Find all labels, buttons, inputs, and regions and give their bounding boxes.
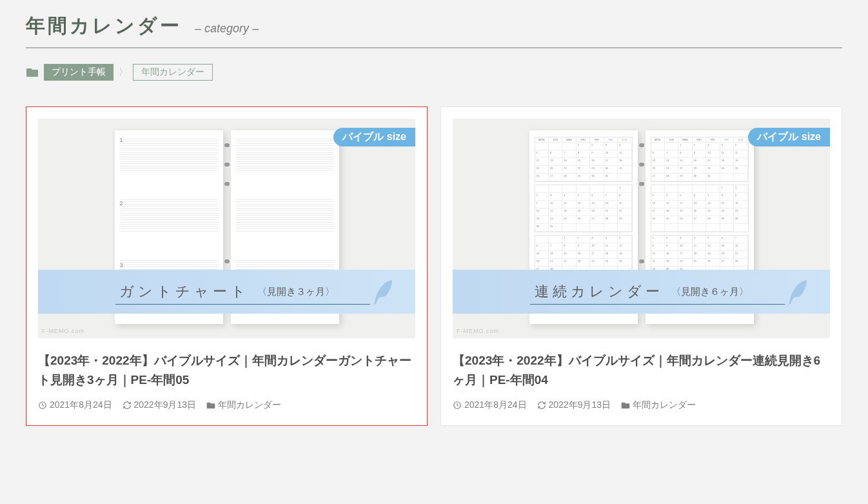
card-thumbnail: 1 2 3 (38, 119, 415, 338)
updated-date: 2022年9月13日 (537, 399, 611, 411)
breadcrumb: プリント手帳 〉 年間カレンダー (26, 64, 842, 81)
chevron-right-icon: 〉 (119, 66, 128, 78)
article-card[interactable]: 1 2 3 (26, 106, 428, 426)
updated-date: 2022年9月13日 (123, 399, 197, 411)
watermark: F-MEMO.com (42, 328, 84, 334)
ribbon-main: ガントチャート (119, 282, 250, 301)
folder-icon (26, 67, 39, 77)
category-link[interactable]: 年間カレンダー (206, 399, 281, 411)
ribbon-sub: 〈見開き３ヶ月〉 (257, 286, 335, 298)
page-title: 年間カレンダー (26, 13, 182, 39)
feather-icon (785, 277, 811, 310)
folder-icon (206, 401, 215, 409)
card-title: 【2023年・2022年】バイブルサイズ｜年間カレンダー連続見開き6ヶ月｜PE-… (453, 351, 830, 390)
size-badge: バイブル size (333, 128, 415, 146)
clock-icon (453, 401, 462, 410)
feather-icon (370, 277, 396, 310)
card-thumbnail: MONTUEWEDTHUFRISATSUN 123456789101112131… (453, 119, 830, 338)
folder-icon (621, 401, 630, 409)
breadcrumb-item-current: 年間カレンダー (133, 64, 213, 81)
refresh-icon (537, 401, 546, 410)
clock-icon (38, 401, 47, 410)
ribbon-main: 連続カレンダー (535, 282, 664, 301)
published-date: 2021年8月24日 (453, 399, 527, 411)
ribbon-sub: 〈見開き６ヶ月〉 (671, 286, 749, 298)
thumbnail-ribbon: 連続カレンダー 〈見開き６ヶ月〉 (453, 270, 830, 314)
size-badge: バイブル size (748, 128, 830, 146)
refresh-icon (123, 401, 132, 410)
published-date: 2021年8月24日 (38, 399, 112, 411)
page-header: 年間カレンダー – category – (26, 13, 842, 48)
category-link[interactable]: 年間カレンダー (621, 399, 696, 411)
card-meta: 2021年8月24日 2022年9月13日 年間カレンダー (453, 399, 830, 411)
watermark: F-MEMO.com (457, 328, 499, 334)
card-title: 【2023年・2022年】バイブルサイズ｜年間カレンダーガントチャート見開き3ヶ… (38, 351, 415, 390)
page-subtitle: – category – (195, 22, 259, 35)
card-list: 1 2 3 (26, 106, 842, 426)
card-meta: 2021年8月24日 2022年9月13日 年間カレンダー (38, 399, 415, 411)
breadcrumb-item-parent[interactable]: プリント手帳 (44, 64, 113, 81)
article-card[interactable]: MONTUEWEDTHUFRISATSUN 123456789101112131… (440, 106, 842, 426)
thumbnail-ribbon: ガントチャート 〈見開き３ヶ月〉 (38, 270, 415, 314)
